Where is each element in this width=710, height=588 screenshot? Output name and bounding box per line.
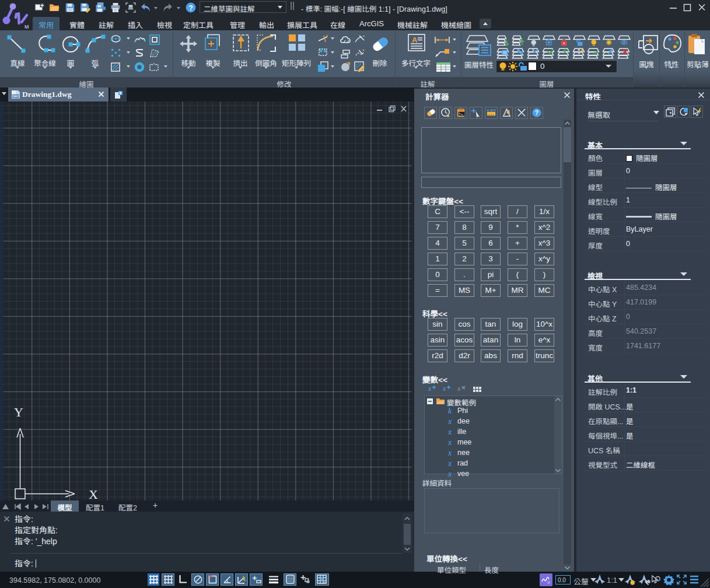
svg-text:x: x	[457, 384, 461, 393]
svg-text:Y: Y	[14, 405, 23, 419]
svg-text:X: X	[89, 487, 98, 502]
svg-text:x: x	[428, 384, 432, 393]
svg-text:A: A	[412, 36, 418, 44]
svg-text:M: M	[25, 24, 29, 30]
svg-text:?: ?	[188, 4, 193, 12]
svg-text:DWG: DWG	[12, 94, 19, 98]
svg-text:?: ?	[535, 110, 538, 116]
svg-text:x: x	[442, 384, 446, 393]
